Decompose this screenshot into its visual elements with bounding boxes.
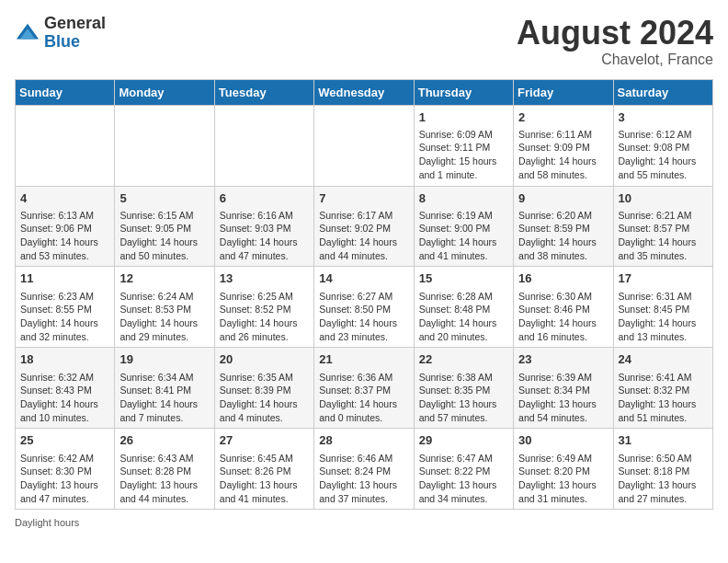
day-of-week-header: Tuesday	[214, 79, 313, 105]
calendar-day-cell: 21Sunrise: 6:36 AM Sunset: 8:37 PM Dayli…	[314, 348, 414, 429]
day-number: 18	[20, 351, 109, 368]
day-info: Sunrise: 6:16 AM Sunset: 9:03 PM Dayligh…	[220, 209, 309, 263]
calendar-day-cell: 16Sunrise: 6:30 AM Sunset: 8:46 PM Dayli…	[514, 267, 613, 348]
calendar-day-cell: 9Sunrise: 6:20 AM Sunset: 8:59 PM Daylig…	[514, 186, 613, 267]
day-number: 22	[419, 351, 508, 368]
day-info: Sunrise: 6:19 AM Sunset: 9:00 PM Dayligh…	[419, 209, 508, 263]
calendar-day-cell: 12Sunrise: 6:24 AM Sunset: 8:53 PM Dayli…	[115, 267, 214, 348]
calendar-day-cell: 6Sunrise: 6:16 AM Sunset: 9:03 PM Daylig…	[214, 186, 313, 267]
day-number: 4	[20, 190, 109, 207]
day-info: Sunrise: 6:12 AM Sunset: 9:08 PM Dayligh…	[619, 128, 708, 182]
calendar-day-cell	[115, 105, 214, 186]
day-number: 13	[220, 270, 309, 287]
day-info: Sunrise: 6:38 AM Sunset: 8:35 PM Dayligh…	[419, 371, 508, 425]
calendar-day-cell: 17Sunrise: 6:31 AM Sunset: 8:45 PM Dayli…	[613, 267, 712, 348]
day-info: Sunrise: 6:13 AM Sunset: 9:06 PM Dayligh…	[20, 209, 109, 263]
calendar-week-row: 4Sunrise: 6:13 AM Sunset: 9:06 PM Daylig…	[16, 186, 713, 267]
day-info: Sunrise: 6:42 AM Sunset: 8:30 PM Dayligh…	[20, 452, 109, 506]
day-number: 21	[319, 351, 408, 368]
page-header: General Blue August 2024 Chavelot, Franc…	[15, 15, 713, 68]
day-of-week-header: Friday	[514, 79, 613, 105]
day-number: 24	[619, 351, 708, 368]
day-info: Sunrise: 6:28 AM Sunset: 8:48 PM Dayligh…	[419, 290, 508, 344]
calendar-day-cell: 28Sunrise: 6:46 AM Sunset: 8:24 PM Dayli…	[314, 429, 414, 510]
calendar-day-cell: 10Sunrise: 6:21 AM Sunset: 8:57 PM Dayli…	[613, 186, 712, 267]
day-info: Sunrise: 6:50 AM Sunset: 8:18 PM Dayligh…	[619, 452, 708, 506]
calendar: SundayMondayTuesdayWednesdayThursdayFrid…	[15, 79, 713, 511]
day-info: Sunrise: 6:35 AM Sunset: 8:39 PM Dayligh…	[220, 371, 309, 425]
day-number: 28	[319, 432, 408, 449]
calendar-day-cell	[214, 105, 313, 186]
month-title: August 2024	[517, 15, 713, 52]
calendar-day-cell: 1Sunrise: 6:09 AM Sunset: 9:11 PM Daylig…	[414, 105, 513, 186]
day-info: Sunrise: 6:30 AM Sunset: 8:46 PM Dayligh…	[518, 290, 608, 344]
logo-general: General	[44, 15, 106, 33]
day-of-week-header: Sunday	[16, 79, 115, 105]
day-info: Sunrise: 6:09 AM Sunset: 9:11 PM Dayligh…	[419, 128, 508, 182]
day-number: 19	[119, 351, 209, 368]
calendar-week-row: 25Sunrise: 6:42 AM Sunset: 8:30 PM Dayli…	[16, 429, 713, 510]
day-info: Sunrise: 6:15 AM Sunset: 9:05 PM Dayligh…	[119, 209, 209, 263]
calendar-day-cell: 2Sunrise: 6:11 AM Sunset: 9:09 PM Daylig…	[514, 105, 613, 186]
day-number: 20	[220, 351, 309, 368]
calendar-day-cell: 27Sunrise: 6:45 AM Sunset: 8:26 PM Dayli…	[214, 429, 313, 510]
daylight-label: Daylight hours	[15, 517, 79, 528]
day-number: 16	[518, 270, 608, 287]
footer: Daylight hours	[15, 517, 713, 528]
day-info: Sunrise: 6:32 AM Sunset: 8:43 PM Dayligh…	[20, 371, 109, 425]
day-number: 17	[619, 270, 708, 287]
logo-blue: Blue	[44, 33, 106, 52]
day-number: 31	[619, 432, 708, 449]
day-number: 2	[518, 109, 608, 126]
calendar-day-cell: 15Sunrise: 6:28 AM Sunset: 8:48 PM Dayli…	[414, 267, 513, 348]
day-number: 5	[119, 190, 209, 207]
calendar-day-cell: 14Sunrise: 6:27 AM Sunset: 8:50 PM Dayli…	[314, 267, 414, 348]
day-number: 6	[220, 190, 309, 207]
title-block: August 2024 Chavelot, France	[517, 15, 713, 68]
calendar-day-cell: 11Sunrise: 6:23 AM Sunset: 8:55 PM Dayli…	[16, 267, 115, 348]
calendar-day-cell	[314, 105, 414, 186]
calendar-day-cell: 29Sunrise: 6:47 AM Sunset: 8:22 PM Dayli…	[414, 429, 513, 510]
day-number: 8	[419, 190, 508, 207]
day-number: 27	[220, 432, 309, 449]
calendar-day-cell: 19Sunrise: 6:34 AM Sunset: 8:41 PM Dayli…	[115, 348, 214, 429]
calendar-week-row: 11Sunrise: 6:23 AM Sunset: 8:55 PM Dayli…	[16, 267, 713, 348]
day-number: 11	[20, 270, 109, 287]
day-info: Sunrise: 6:39 AM Sunset: 8:34 PM Dayligh…	[518, 371, 608, 425]
day-number: 25	[20, 432, 109, 449]
logo-icon	[15, 20, 40, 46]
calendar-day-cell: 4Sunrise: 6:13 AM Sunset: 9:06 PM Daylig…	[16, 186, 115, 267]
calendar-day-cell: 22Sunrise: 6:38 AM Sunset: 8:35 PM Dayli…	[414, 348, 513, 429]
day-number: 15	[419, 270, 508, 287]
day-of-week-header: Thursday	[414, 79, 513, 105]
calendar-day-cell: 24Sunrise: 6:41 AM Sunset: 8:32 PM Dayli…	[613, 348, 712, 429]
day-info: Sunrise: 6:41 AM Sunset: 8:32 PM Dayligh…	[619, 371, 708, 425]
calendar-day-cell: 3Sunrise: 6:12 AM Sunset: 9:08 PM Daylig…	[613, 105, 712, 186]
calendar-week-row: 1Sunrise: 6:09 AM Sunset: 9:11 PM Daylig…	[16, 105, 713, 186]
calendar-day-cell: 13Sunrise: 6:25 AM Sunset: 8:52 PM Dayli…	[214, 267, 313, 348]
day-info: Sunrise: 6:27 AM Sunset: 8:50 PM Dayligh…	[319, 290, 408, 344]
day-number: 14	[319, 270, 408, 287]
day-number: 1	[419, 109, 508, 126]
day-info: Sunrise: 6:25 AM Sunset: 8:52 PM Dayligh…	[220, 290, 309, 344]
day-info: Sunrise: 6:17 AM Sunset: 9:02 PM Dayligh…	[319, 209, 408, 263]
calendar-day-cell: 8Sunrise: 6:19 AM Sunset: 9:00 PM Daylig…	[414, 186, 513, 267]
day-of-week-header: Saturday	[613, 79, 712, 105]
day-number: 12	[119, 270, 209, 287]
day-info: Sunrise: 6:47 AM Sunset: 8:22 PM Dayligh…	[419, 452, 508, 506]
calendar-day-cell	[16, 105, 115, 186]
calendar-day-cell: 31Sunrise: 6:50 AM Sunset: 8:18 PM Dayli…	[613, 429, 712, 510]
day-number: 29	[419, 432, 508, 449]
calendar-day-cell: 26Sunrise: 6:43 AM Sunset: 8:28 PM Dayli…	[115, 429, 214, 510]
logo-text: General Blue	[44, 15, 106, 52]
day-info: Sunrise: 6:21 AM Sunset: 8:57 PM Dayligh…	[619, 209, 708, 263]
day-number: 9	[518, 190, 608, 207]
day-info: Sunrise: 6:20 AM Sunset: 8:59 PM Dayligh…	[518, 209, 608, 263]
day-number: 10	[619, 190, 708, 207]
day-info: Sunrise: 6:31 AM Sunset: 8:45 PM Dayligh…	[619, 290, 708, 344]
day-info: Sunrise: 6:11 AM Sunset: 9:09 PM Dayligh…	[518, 128, 608, 182]
day-of-week-header: Monday	[115, 79, 214, 105]
day-of-week-header: Wednesday	[314, 79, 414, 105]
day-info: Sunrise: 6:34 AM Sunset: 8:41 PM Dayligh…	[119, 371, 209, 425]
day-info: Sunrise: 6:36 AM Sunset: 8:37 PM Dayligh…	[319, 371, 408, 425]
